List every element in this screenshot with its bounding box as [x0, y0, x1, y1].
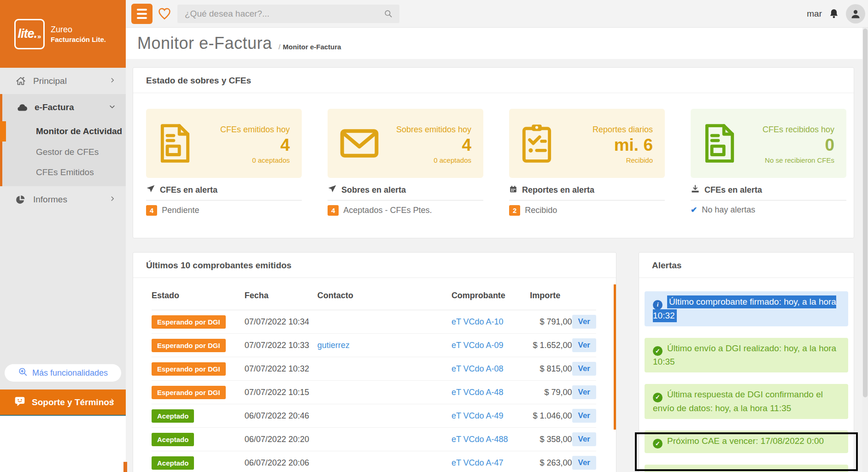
table-row: Esperando por DGI 07/07/2022 10:15 eT VC… [152, 381, 596, 404]
recent-documents-card: Últimos 10 comprobantes emitidos Estado … [133, 252, 616, 472]
more-features-label: Más funcionalidades [32, 368, 108, 378]
alert-item-success-highlighted: ✓Vencimiento de firma electrónica: 12/08… [645, 465, 848, 472]
view-button[interactable]: Ver [572, 338, 596, 352]
status-badge: Aceptado [152, 456, 194, 470]
contact-link[interactable]: gutierrez [317, 341, 350, 350]
logo-text: lite. [18, 27, 37, 41]
page-title: Monitor e-Factura [137, 34, 272, 53]
check-circle-icon: ✓ [653, 439, 663, 448]
cell-amount: $ 79,00 [530, 381, 572, 404]
alerts-list: iÚltimo comprobante firmado: hoy, a la h… [639, 278, 854, 472]
lower-cards-row: Últimos 10 comprobantes emitidos Estado … [133, 252, 854, 472]
cell-amount: $ 263,00 [530, 451, 572, 472]
tile-text: CFEs emitidos hoy 4 0 aceptados [220, 125, 290, 164]
favorites-heart-icon[interactable] [157, 7, 172, 21]
document-link[interactable]: eT VCdo A-10 [452, 317, 504, 326]
cloud-icon [16, 103, 28, 112]
info-icon: i [653, 300, 663, 310]
status-badge: Aceptado [152, 409, 194, 423]
cell-date: 06/07/2022 20:20 [245, 428, 317, 451]
badge-label: Recibido [525, 206, 557, 215]
chevron-down-icon [109, 102, 116, 112]
stat-tile: Sobres emitidos hoy 4 0 aceptados [328, 109, 483, 178]
status-badge: Esperando por DGI [152, 362, 226, 376]
table-header-row: Estado Fecha Contacto Comprobante Import… [152, 278, 596, 310]
cell-date: 06/07/2022 20:06 [245, 451, 317, 472]
view-button[interactable]: Ver [572, 385, 596, 399]
table-row: Aceptado 06/07/2022 20:20 eT VCdo A-488 … [152, 428, 596, 451]
document-icon [703, 124, 737, 165]
stat-tile: CFEs emitidos hoy 4 0 aceptados [146, 109, 302, 178]
table-wrapper: Estado Fecha Contacto Comprobante Import… [133, 278, 616, 472]
content: Estado de sobres y CFEs CFEs emitidos ho… [126, 59, 868, 472]
status-card: Estado de sobres y CFEs CFEs emitidos ho… [133, 67, 854, 238]
sidebar-item-informes[interactable]: Informes [0, 186, 126, 212]
search-input[interactable] [177, 5, 399, 23]
stat-tile: Reportes diarios mi. 6 Recibido [509, 109, 665, 178]
documents-table: Estado Fecha Contacto Comprobante Import… [152, 278, 596, 472]
breadcrumb-current[interactable]: Monitor e-Factura [283, 43, 341, 51]
sidebar-item-monitor-de-actividad[interactable]: Monitor de Actividad [2, 121, 126, 142]
page-scrollbar-thumb[interactable] [863, 29, 868, 397]
brand-logo[interactable]: lite. » Zureo Facturación Lite. [0, 0, 126, 68]
sidebar-item-principal[interactable]: Principal [0, 68, 126, 94]
sidebar-item-cfes-emitidos[interactable]: CFEs Emitidos [2, 162, 126, 183]
document-link[interactable]: eT VCdo A-49 [452, 411, 504, 420]
tile-alert-block: CFEs en alerta 4 Pendiente [146, 184, 302, 216]
tile-text: Reportes diarios mi. 6 Recibido [592, 125, 653, 164]
sidebar-item-gestor-de-cfes[interactable]: Gestor de CFEs [2, 142, 126, 162]
table-scrollbar-thumb[interactable] [614, 284, 616, 430]
alert-item-success: ✓Último envío a DGI realizado: hoy, a la… [645, 338, 848, 373]
col-header-importe: Importe [530, 278, 572, 310]
view-button[interactable]: Ver [572, 409, 596, 423]
document-link[interactable]: eT VCdo A-47 [452, 458, 504, 467]
topbar-right: mar [807, 4, 865, 24]
sidebar-nav: Principal e-Factura Monitor de Activida [0, 68, 126, 416]
status-badge: Esperando por DGI [152, 315, 226, 329]
notifications-bell-icon[interactable] [828, 8, 839, 20]
divider [146, 200, 302, 201]
table-row: Aceptado 06/07/2022 20:46 eT VCdo A-49 $… [152, 404, 596, 428]
view-button[interactable]: Ver [572, 456, 596, 470]
view-button[interactable]: Ver [572, 315, 596, 329]
alert-text-selected: Último comprobante firmado: hoy, a la ho… [653, 295, 836, 322]
document-link[interactable]: eT VCdo A-488 [452, 435, 508, 444]
tile-text: Sobres emitidos hoy 4 0 aceptados [396, 125, 471, 164]
tile-alert-title: CFEs en alerta [146, 184, 302, 196]
chevron-right-icon [109, 195, 116, 205]
document-link[interactable]: eT VCdo A-09 [452, 341, 504, 350]
sidebar-item-efactura[interactable]: e-Factura [2, 94, 126, 121]
page-scrollbar[interactable] [862, 28, 868, 472]
badge-label: Pendiente [162, 206, 199, 215]
tile-text: CFEs recibidos hoy 0 No se recibieron CF… [762, 125, 834, 164]
table-row: Esperando por DGI 07/07/2022 10:34 eT VC… [152, 310, 596, 334]
tile-alert-block: Reportes en alerta 2 Recibido [509, 184, 665, 216]
view-button[interactable]: Ver [572, 432, 596, 446]
username: mar [807, 9, 822, 19]
sidebar-item-label: Informes [33, 195, 67, 205]
view-button[interactable]: Ver [572, 362, 596, 376]
alert-item-success: ✓Última respuesta de DGI confirmando el … [645, 384, 848, 419]
paper-plane-icon [328, 184, 337, 196]
table-card-title: Últimos 10 comprobantes emitidos [133, 253, 616, 278]
col-header-comprobante: Comprobante [452, 278, 530, 310]
badge-label: Aceptados - CFEs Ptes. [343, 206, 432, 215]
document-link[interactable]: eT VCdo A-08 [452, 364, 504, 373]
col-header-actions [572, 278, 596, 310]
user-avatar[interactable] [846, 4, 865, 24]
tile-label: CFEs recibidos hoy [762, 125, 834, 135]
magnifier-plus-icon [18, 367, 28, 379]
menu-toggle-button[interactable] [131, 4, 152, 24]
calendar-icon [509, 184, 517, 196]
alert-text: Última respuesta de DGI confirmando el e… [653, 389, 823, 413]
table-row: Aceptado 06/07/2022 20:06 eT VCdo A-47 $… [152, 451, 596, 472]
support-terms-button[interactable]: Soporte y Términos [0, 389, 126, 416]
tile-column-cfes-recibidos: CFEs recibidos hoy 0 No se recibieron CF… [691, 109, 846, 216]
alert-item-info: iÚltimo comprobante firmado: hoy, a la h… [645, 291, 848, 326]
tile-sub: 0 aceptados [434, 156, 471, 164]
tile-value: 0 [825, 136, 834, 153]
more-features-button[interactable]: Más funcionalidades [5, 364, 121, 382]
divider [691, 200, 846, 201]
document-link[interactable]: eT VCdo A-48 [452, 388, 504, 397]
brand-text: Zureo Facturación Lite. [51, 25, 106, 43]
